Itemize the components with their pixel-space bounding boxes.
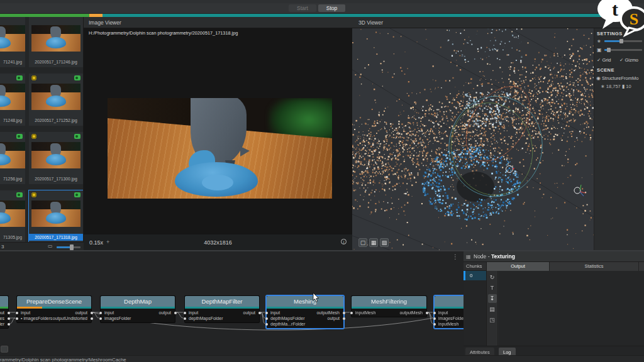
output-port[interactable]: output: [243, 310, 255, 315]
download-icon[interactable]: ↧: [488, 294, 497, 303]
input-port[interactable]: input: [104, 310, 114, 315]
thumbnail-cell[interactable]: 20200517_171318.jpg: [29, 190, 83, 243]
graph-node-preparedensescene[interactable]: PrepareDenseSceneinputoutput▪ imagesFold…: [16, 295, 92, 323]
output-port[interactable]: output: [75, 310, 87, 315]
render-mode-textured-icon[interactable]: ▨: [380, 238, 389, 247]
node-body: putesder: [0, 309, 8, 328]
output-port[interactable]: output: [159, 310, 171, 315]
port-dot[interactable]: [343, 317, 345, 320]
input-port[interactable]: depthMa...rFolder: [270, 321, 305, 327]
node-title: DepthMap: [101, 296, 175, 307]
start-button[interactable]: Start: [289, 4, 316, 12]
thumbnail-cell[interactable]: 71256.jpg: [0, 132, 25, 184]
port-dot[interactable]: [99, 317, 102, 320]
input-port[interactable]: imagesFolde: [438, 315, 464, 321]
gizmo-checkbox[interactable]: ✓ Gizmo: [619, 57, 638, 63]
port-dot[interactable]: [265, 312, 268, 314]
info-icon[interactable]: i: [341, 239, 347, 244]
graph-node[interactable]: putesder: [0, 295, 9, 329]
graph-node-depthmapfilter[interactable]: DepthMapFilterinputoutputdepthMapsFolder: [184, 295, 260, 323]
refresh-icon[interactable]: ↻: [488, 273, 497, 282]
text-icon[interactable]: T: [488, 283, 497, 292]
stop-button[interactable]: Stop: [318, 4, 345, 12]
scene-item-sfm[interactable]: ◉ StructureFromMo: [596, 75, 638, 81]
reconstructed-badge-icon: [16, 134, 23, 139]
thumbnail-filename: 20200517_171318.jpg: [29, 234, 83, 241]
thumbnail-cell[interactable]: 20200517_171300.jpg: [29, 132, 83, 184]
output-port[interactable]: output: [328, 315, 340, 321]
render-mode-solid-icon[interactable]: ▢: [358, 238, 367, 247]
input-port[interactable]: inputMesh: [438, 321, 458, 327]
port-dot[interactable]: [184, 312, 186, 314]
thumbnail-art: [31, 200, 80, 227]
visibility-eye-icon[interactable]: ◉: [596, 75, 601, 81]
point-size-slider[interactable]: [604, 40, 642, 42]
input-port[interactable]: ▪ imagesFolders: [21, 315, 52, 321]
output-port[interactable]: es: [0, 315, 4, 321]
input-port[interactable]: imagesFolder: [104, 315, 131, 321]
port-dot[interactable]: [184, 317, 186, 320]
port-dot[interactable]: [433, 312, 436, 314]
port-dot[interactable]: [8, 323, 10, 326]
input-port[interactable]: input: [438, 310, 448, 315]
port-dot[interactable]: [91, 312, 93, 314]
tab-stat[interactable]: Stat: [639, 262, 644, 271]
thumbnail-size-slider[interactable]: [57, 246, 80, 248]
thumbnail-art: [31, 84, 80, 110]
photo-canvas[interactable]: [108, 98, 332, 199]
port-dot[interactable]: [258, 312, 261, 314]
graph-node-depthmap[interactable]: DepthMapinputoutputimagesFolder: [100, 295, 175, 323]
output-port[interactable]: outputMesh: [399, 310, 423, 315]
port-dot[interactable]: [16, 317, 18, 320]
open-external-icon[interactable]: ◳: [488, 315, 497, 324]
port-dot[interactable]: [8, 317, 10, 320]
graph-node-meshfiltering[interactable]: MeshFilteringinputMeshoutputMesh: [351, 295, 427, 317]
thumbnail-cell[interactable]: 71241.jpg: [0, 17, 25, 67]
input-port[interactable]: inputMesh: [355, 310, 375, 315]
thumbnail-image: [0, 84, 25, 110]
thumbnail-cell[interactable]: 20200517_171252.jpg: [29, 74, 83, 126]
output-port[interactable]: outputMesh: [316, 310, 340, 315]
tab-statistics[interactable]: Statistics: [550, 262, 639, 271]
output-port[interactable]: der: [0, 321, 4, 327]
thumbnail-cell[interactable]: 71248.jpg: [0, 74, 25, 126]
input-port[interactable]: depthMapsFolder: [270, 315, 304, 321]
panel-splitter-handle[interactable]: ⋮: [452, 254, 458, 260]
chunk-item[interactable]: 0: [464, 271, 486, 280]
grid-checkbox[interactable]: ✓ Grid: [597, 57, 611, 63]
point-cloud-viewport[interactable]: [352, 28, 594, 250]
port-dot[interactable]: [174, 312, 177, 314]
port-dot[interactable]: [433, 317, 436, 320]
input-port[interactable]: input: [189, 310, 198, 315]
input-port[interactable]: input: [270, 310, 280, 315]
port-row: depthMa...rFolder: [267, 321, 343, 327]
port-dot[interactable]: [99, 312, 102, 314]
output-port[interactable]: outputUndistorted: [53, 315, 87, 321]
port-dot[interactable]: [343, 312, 345, 314]
graph-mini-element[interactable]: [1, 346, 8, 353]
file-icon[interactable]: ▤: [488, 305, 497, 314]
camera-scale-slider[interactable]: [604, 49, 642, 51]
input-port[interactable]: input: [21, 310, 30, 315]
thumbnail-cell[interactable]: 71305.jpg: [0, 190, 25, 243]
render-mode-wireframe-icon[interactable]: ▦: [369, 238, 378, 247]
input-port[interactable]: depthMapsFolder: [189, 315, 223, 321]
chunk-list: 0: [464, 271, 486, 280]
port-dot[interactable]: [91, 317, 93, 320]
tab-output[interactable]: Output: [487, 262, 550, 271]
output-port[interactable]: put: [0, 310, 4, 315]
port-dot[interactable]: [350, 312, 353, 314]
status-bar: rammetry/Dolphin scan photogrammetry/Mes…: [0, 355, 644, 362]
node-graph[interactable]: putesderPrepareDenseSceneinputoutput▪ im…: [0, 251, 464, 356]
port-dot[interactable]: [265, 323, 268, 326]
port-dot[interactable]: [8, 312, 10, 314]
thumbnail-filename: 20200517_171300.jpg: [29, 175, 83, 182]
port-dot[interactable]: [265, 317, 268, 320]
node-title: DepthMapFilter: [185, 296, 259, 307]
port-dot[interactable]: [433, 323, 436, 326]
graph-node[interactable]: inputimagesFoldeinputMesh: [434, 295, 464, 329]
port-dot[interactable]: [426, 312, 428, 314]
port-dot[interactable]: [16, 312, 18, 314]
thumbnail-cell[interactable]: 20200517_171246.jpg: [29, 17, 83, 67]
graph-node-meshing[interactable]: MeshinginputoutputMeshdepthMapsFolderout…: [266, 295, 344, 329]
